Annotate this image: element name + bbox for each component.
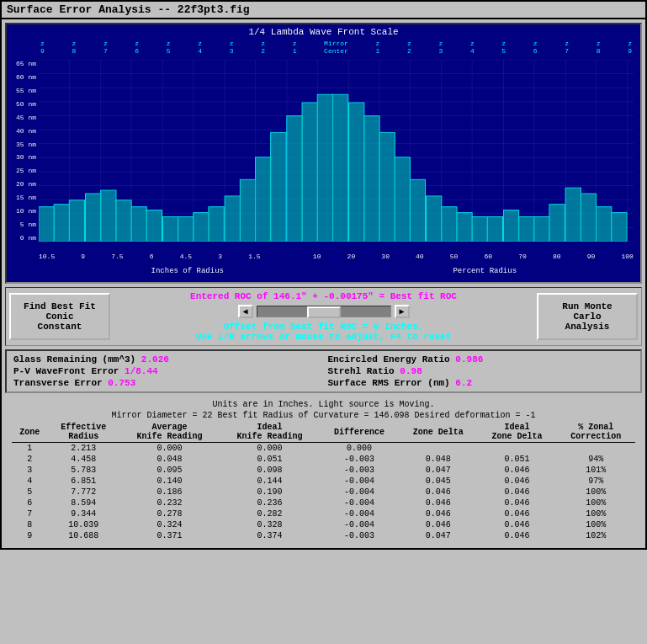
- rms-stat: Surface RMS Error (nm) 6.2: [328, 378, 634, 388]
- transverse-label: Transverse Error: [13, 378, 103, 388]
- table-cell: 0.045: [399, 476, 478, 487]
- table-cell: 2.213: [48, 443, 119, 455]
- zone-label-l9: z9: [40, 40, 45, 55]
- table-cell: 0.046: [478, 476, 557, 487]
- table-row: 910.6880.3710.374-0.0030.0470.046102%: [12, 530, 635, 541]
- zone-label-l7: z7: [103, 40, 108, 55]
- svg-rect-90: [332, 94, 347, 242]
- svg-rect-74: [86, 194, 101, 242]
- x-50: 50: [450, 253, 459, 260]
- x-9: 9: [81, 253, 85, 260]
- table-cell: 7.772: [48, 487, 119, 498]
- table-cell: -0.003: [320, 454, 399, 465]
- pv-wavefront-stat: P-V WaveFront Error 1/8.44: [13, 366, 320, 376]
- table-cell: 0.048: [119, 454, 220, 465]
- svg-rect-89: [317, 94, 332, 242]
- svg-rect-78: [146, 210, 162, 242]
- zone-label-l6: z6: [135, 40, 139, 55]
- slider-thumb[interactable]: [307, 306, 341, 318]
- table-cell: 0.046: [478, 498, 557, 508]
- zone-label-r5: z5: [501, 40, 506, 55]
- table-cell: [399, 443, 478, 455]
- table-cell: 0.000: [220, 443, 320, 455]
- x-20: 20: [347, 253, 356, 260]
- col-zone: Zone: [12, 422, 48, 443]
- y-40: 40 nm: [16, 127, 36, 135]
- encircled-energy-stat: Encircled Energy Ratio 0.986: [328, 354, 634, 365]
- table-cell: 0.236: [220, 498, 320, 508]
- glass-remaining-label: Glass Remaining (mm^3): [13, 354, 135, 365]
- data-table: Zone EffectiveRadius AverageKnife Readin…: [12, 422, 635, 541]
- zone-label-r9: z9: [628, 40, 632, 55]
- svg-rect-103: [534, 217, 549, 242]
- table-cell: 101%: [556, 465, 635, 476]
- table-cell: -0.004: [320, 508, 399, 519]
- table-cell: 0.051: [220, 454, 320, 465]
- table-row: 12.2130.0000.0000.000: [12, 443, 635, 455]
- glass-remaining-stat: Glass Remaining (mm^3) 2.026: [13, 354, 320, 365]
- table-cell: 8: [12, 519, 48, 530]
- chart-area: 1/4 Lambda Wave Front Scale z9 z8 z7 z6 …: [5, 23, 642, 284]
- table-cell: 6: [12, 498, 48, 508]
- table-cell: 0.048: [399, 454, 478, 465]
- zone-label-l5: z5: [167, 40, 171, 55]
- zone-label-r8: z8: [597, 40, 601, 55]
- table-row: 68.5940.2320.236-0.0040.0460.046100%: [12, 498, 635, 508]
- table-cell: 0.046: [399, 487, 478, 498]
- table-cell: 0.095: [119, 465, 220, 476]
- table-cell: 6.851: [48, 476, 119, 487]
- zone-label-l8: z8: [72, 40, 76, 55]
- col-avg-knife: AverageKnife Reading: [119, 422, 220, 443]
- encircled-label: Encircled Energy Ratio: [328, 354, 450, 365]
- x-axis-percent-label: Percent Radius: [337, 267, 634, 275]
- table-cell: 0.000: [320, 443, 399, 455]
- table-cell: 0.324: [119, 519, 220, 530]
- zone-label-r3: z3: [438, 40, 443, 55]
- table-cell: 0.098: [220, 465, 320, 476]
- svg-rect-101: [503, 210, 518, 242]
- x-80: 80: [553, 253, 561, 260]
- run-monte-carlo-button[interactable]: Run Monte CarloAnalysis: [537, 293, 638, 340]
- x-90: 90: [587, 253, 596, 260]
- find-best-fit-button[interactable]: Find Best Fit ConicConstant: [9, 293, 110, 340]
- col-ideal-knife: IdealKnife Reading: [220, 422, 320, 443]
- table-cell: 0.186: [119, 487, 220, 498]
- y-65: 65 nm: [16, 60, 36, 67]
- zone-label-r2: z2: [407, 40, 411, 55]
- zone-label-l4: z4: [198, 40, 202, 55]
- table-cell: 0.046: [478, 508, 557, 519]
- right-arrow-button[interactable]: ▶: [395, 305, 410, 318]
- y-5: 5 nm: [20, 221, 36, 228]
- slider-row: ◀ ▶: [114, 305, 533, 318]
- svg-rect-84: [240, 179, 255, 242]
- zone-label-r7: z7: [565, 40, 569, 55]
- table-cell: 0.140: [119, 476, 220, 487]
- table-cell: 0.144: [220, 476, 320, 487]
- x-10: 10: [313, 253, 321, 260]
- encircled-value: 0.986: [455, 354, 483, 365]
- table-cell: 0.047: [399, 530, 478, 541]
- col-ideal-zone-delta: IdealZone Delta: [478, 422, 557, 443]
- svg-rect-104: [549, 205, 565, 242]
- left-arrow-button[interactable]: ◀: [238, 305, 253, 318]
- svg-rect-73: [69, 200, 84, 242]
- x-30: 30: [381, 253, 390, 260]
- table-row: 46.8510.1400.144-0.0040.0450.04697%: [12, 476, 635, 487]
- table-cell: 4: [12, 476, 48, 487]
- y-15: 15 nm: [16, 194, 36, 201]
- svg-rect-92: [364, 116, 379, 242]
- svg-rect-91: [349, 103, 364, 242]
- table-cell: 100%: [556, 487, 635, 498]
- table-row: 24.4580.0480.051-0.0030.0480.05194%: [12, 454, 635, 465]
- table-cell: 8.594: [48, 498, 119, 508]
- col-eff-radius: EffectiveRadius: [48, 422, 119, 443]
- slider-track[interactable]: [257, 306, 391, 317]
- offset-text: Offset from best fit ROC = 0 Inches.: [114, 322, 533, 332]
- svg-rect-108: [612, 213, 627, 242]
- table-cell: 9.344: [48, 508, 119, 519]
- svg-rect-77: [131, 207, 146, 242]
- main-container: 1/4 Lambda Wave Front Scale z9 z8 z7 z6 …: [0, 18, 647, 550]
- svg-rect-85: [256, 157, 271, 242]
- units-line: Units are in Inches. Light source is Mov…: [12, 400, 635, 409]
- col-diff: Difference: [320, 422, 399, 443]
